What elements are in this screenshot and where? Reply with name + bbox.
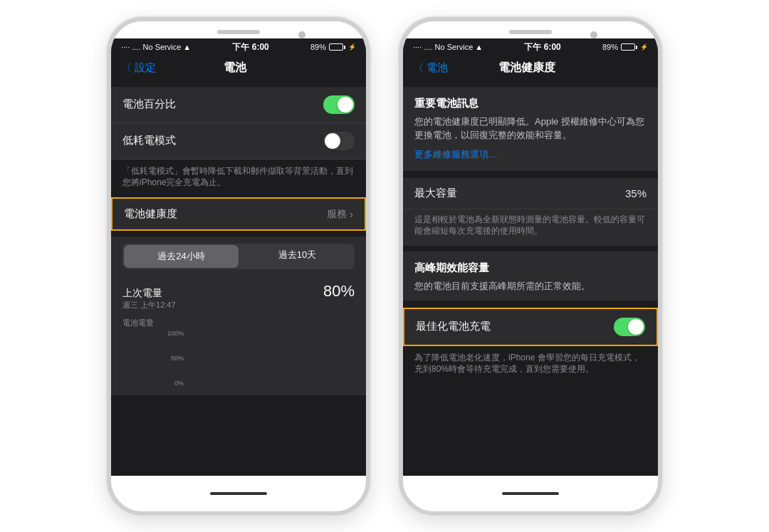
- optimized-label: 最佳化電池充電: [416, 320, 491, 333]
- segment-10d[interactable]: 過去10天: [240, 244, 355, 269]
- y-label-0: 0%: [167, 380, 184, 387]
- time-2: 下午 6:00: [524, 41, 560, 53]
- status-right-2: 89% ⚡: [602, 43, 648, 51]
- low-power-label: 低耗電模式: [122, 134, 176, 147]
- health-section: 電池健康度 服務 ›: [111, 197, 366, 231]
- optimized-toggle[interactable]: [614, 318, 645, 336]
- max-capacity-desc: 這是相較於電池為全新狀態時測量的電池容量。較低的容量可能會縮短每次充電後的使用時…: [403, 209, 658, 246]
- status-bar-2: ···· .... No Service ▲ 下午 6:00 89% ⚡: [403, 38, 658, 56]
- gap-mid-2c: [403, 302, 658, 308]
- important-section: 重要電池訊息 您的電池健康度已明顯降低。Apple 授權維修中心可為您更換電池，…: [403, 87, 658, 171]
- phone-top-1: [111, 21, 366, 38]
- battery-pct-toggle[interactable]: [323, 95, 355, 114]
- chart-section: 過去24小時 過去10天 上次電量 週三 上午12:47 80%: [111, 236, 366, 395]
- toggle-knob-2: [325, 133, 340, 149]
- page-wrapper: ···· .... No Service ▲ 下午 6:00 89% ⚡: [0, 0, 769, 532]
- important-link[interactable]: 更多維修服務選項…: [414, 148, 647, 161]
- battery-tip-1: [344, 46, 345, 49]
- phone-1: ···· .... No Service ▲ 下午 6:00 89% ⚡: [107, 17, 370, 516]
- status-left-1: ···· .... No Service ▲: [121, 43, 191, 51]
- nav-bar-2: 〈 電池 電池健康度: [403, 56, 658, 81]
- home-indicator-1: [210, 492, 267, 495]
- max-capacity-row: 最大容量 35%: [403, 178, 658, 209]
- speaker-1: [217, 30, 260, 34]
- battery-tip-2: [636, 46, 637, 49]
- max-capacity-section: 最大容量 35% 這是相較於電池為全新狀態時測量的電池容量。較低的容量可能會縮短…: [403, 178, 658, 246]
- health-row[interactable]: 電池健康度 服務 ›: [111, 197, 366, 231]
- chevron-right-icon: ›: [350, 209, 353, 220]
- screen-2: ···· .... No Service ▲ 下午 6:00 89% ⚡: [403, 38, 658, 476]
- low-power-row: 低耗電模式: [111, 123, 366, 160]
- charge-icon-2: ⚡: [640, 43, 648, 51]
- chart-y-labels: 100% 50% 0%: [167, 330, 184, 387]
- optimized-desc: 為了降低電池老化速度，iPhone 會學習您的每日充電模式，充到80%時會等待充…: [403, 346, 658, 385]
- battery-icon-2: [621, 43, 637, 51]
- wifi-icon-2: ▲: [475, 43, 483, 51]
- last-charge-header: 上次電量 週三 上午12:47 80%: [122, 282, 355, 311]
- phone-2: ···· .... No Service ▲ 下午 6:00 89% ⚡: [399, 17, 662, 516]
- nav-title-1: 電池: [224, 61, 246, 75]
- max-capacity-label: 最大容量: [414, 187, 457, 200]
- battery-pct-label: 電池百分比: [122, 98, 176, 111]
- nav-title-2: 電池健康度: [498, 61, 555, 75]
- max-capacity-value: 35%: [625, 187, 647, 199]
- status-bar-1: ···· .... No Service ▲ 下午 6:00 89% ⚡: [111, 38, 366, 56]
- battery-pct-2: 89%: [602, 43, 618, 51]
- gap-mid-2a: [403, 172, 658, 178]
- phone-top-2: [403, 21, 658, 38]
- battery-icon-1: [329, 43, 345, 51]
- camera-1: [298, 31, 305, 38]
- toggle-knob-1: [338, 97, 353, 113]
- gap-mid-1: [111, 231, 366, 236]
- wifi-icon-1: ▲: [183, 43, 191, 51]
- chart-section-label: 電池電量: [111, 313, 366, 330]
- gap-mid-2b: [403, 246, 658, 251]
- time-1: 下午 6:00: [232, 41, 268, 53]
- last-charge-sublabel: 週三 上午12:47: [122, 300, 176, 311]
- peak-label: 高峰期效能容量: [414, 261, 647, 275]
- signal-dots-1: ····: [121, 43, 130, 51]
- back-button-1[interactable]: 〈 設定: [121, 61, 156, 75]
- battery-pct-1: 89%: [310, 43, 326, 51]
- charge-icon-1: ⚡: [348, 43, 356, 51]
- no-service-1: .... No Service: [132, 43, 181, 51]
- low-power-footer: 「低耗電模式」會暫時降低下載和郵件擷取等背景活動，直到您將iPhone完全充電為…: [111, 160, 366, 198]
- signal-dots-2: ····: [413, 43, 422, 51]
- battery-body-1: [329, 43, 343, 51]
- toggle-section-1: 電池百分比 低耗電模式: [111, 87, 366, 160]
- peak-desc: 您的電池目前支援高峰期所需的正常效能。: [414, 279, 647, 293]
- last-charge-label: 上次電量: [122, 287, 176, 300]
- toggle-knob-opt: [628, 319, 644, 335]
- last-charge-labels: 上次電量 週三 上午12:47: [122, 287, 176, 311]
- screen-content-2: 重要電池訊息 您的電池健康度已明顯降低。Apple 授權維修中心可為您更換電池，…: [403, 81, 658, 476]
- status-left-2: ···· .... No Service ▲: [413, 43, 483, 51]
- status-right-1: 89% ⚡: [310, 43, 356, 51]
- gap-top-1: [111, 81, 366, 87]
- important-text: 您的電池健康度已明顯降低。Apple 授權維修中心可為您更換電池，以回復完整的效…: [414, 115, 647, 142]
- camera-2: [590, 31, 597, 38]
- last-charge-value: 80%: [323, 282, 355, 301]
- gap-top-2: [403, 81, 658, 87]
- chart-area: 100% 50% 0%: [111, 330, 366, 395]
- y-label-100: 100%: [167, 330, 184, 337]
- y-label-50: 50%: [167, 355, 184, 362]
- health-label: 電池健康度: [124, 207, 177, 221]
- segment-24h[interactable]: 過去24小時: [124, 245, 239, 268]
- bar-chart: [122, 333, 164, 390]
- back-button-2[interactable]: 〈 電池: [413, 61, 448, 75]
- phone-bottom-2: [403, 476, 658, 511]
- no-service-2: .... No Service: [424, 43, 473, 51]
- speaker-2: [509, 30, 552, 34]
- nav-bar-1: 〈 設定 電池: [111, 56, 366, 81]
- battery-pct-row: 電池百分比: [111, 87, 366, 123]
- phone-bottom-1: [111, 476, 366, 511]
- time-segment: 過去24小時 過去10天: [122, 244, 355, 269]
- health-value: 服務 ›: [327, 208, 353, 221]
- low-power-toggle[interactable]: [323, 132, 355, 150]
- optimized-row: 最佳化電池充電: [403, 308, 658, 346]
- optimized-section: 最佳化電池充電 為了降低電池老化速度，iPhone 會學習您的每日充電模式，充到…: [403, 308, 658, 385]
- health-value-text: 服務: [327, 208, 347, 221]
- important-title: 重要電池訊息: [414, 97, 647, 110]
- screen-1: ···· .... No Service ▲ 下午 6:00 89% ⚡: [111, 38, 366, 476]
- screen-content-1: 電池百分比 低耗電模式 「低耗電模式」會暫時降低下載和郵件擷取等背景活動，直到您…: [111, 81, 366, 476]
